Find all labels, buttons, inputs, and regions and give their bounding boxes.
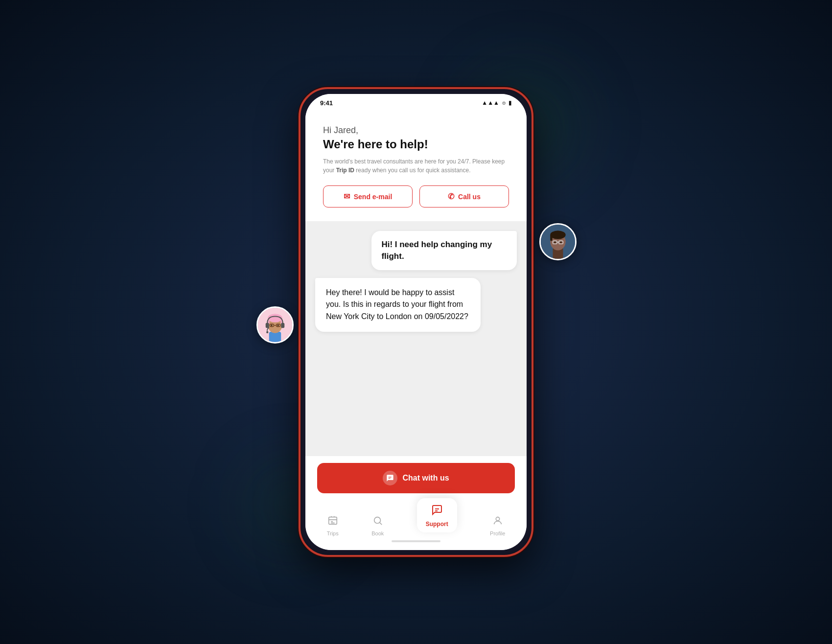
nav-profile[interactable]: Profile bbox=[490, 515, 505, 536]
nav-book[interactable]: Book bbox=[371, 515, 384, 536]
svg-rect-20 bbox=[281, 323, 284, 328]
svg-point-21 bbox=[266, 331, 268, 333]
agent-message-bubble: Hey there! I would be happy to assist yo… bbox=[315, 278, 481, 332]
help-section: Hi Jared, We're here to help! The world'… bbox=[305, 112, 527, 221]
home-indicator bbox=[392, 540, 440, 542]
user-message-text: Hi! I need help changing my flight. bbox=[381, 240, 492, 261]
user-message-bubble: Hi! I need help changing my flight. bbox=[371, 231, 517, 270]
agent-avatar-illustration bbox=[258, 308, 292, 342]
agent-avatar bbox=[256, 306, 294, 344]
user-avatar bbox=[539, 223, 577, 260]
profile-icon bbox=[492, 515, 503, 529]
nav-trips[interactable]: Trips bbox=[327, 515, 339, 536]
subtext: The world's best travel consultants are … bbox=[323, 157, 509, 175]
book-label: Book bbox=[371, 530, 384, 536]
call-us-button[interactable]: ✆ Call us bbox=[419, 185, 509, 207]
support-label: Support bbox=[426, 521, 448, 528]
phone-shell: 9:41 ▲▲▲ ⌾ ▮ Hi Jared, We're here to hel… bbox=[299, 87, 533, 557]
profile-label: Profile bbox=[490, 530, 505, 536]
support-icon bbox=[431, 504, 443, 519]
greeting-text: Hi Jared, bbox=[323, 125, 509, 136]
chat-btn-area: Chat with us bbox=[305, 456, 527, 493]
battery-icon: ▮ bbox=[508, 99, 512, 106]
nav-support[interactable]: Support bbox=[417, 498, 457, 532]
send-email-button[interactable]: ✉ Send e-mail bbox=[323, 185, 413, 207]
agent-message-text: Hey there! I would be happy to assist yo… bbox=[326, 288, 468, 321]
call-us-label: Call us bbox=[458, 193, 481, 201]
chat-bubble-icon bbox=[383, 471, 397, 485]
svg-rect-7 bbox=[550, 235, 552, 241]
svg-point-12 bbox=[560, 241, 562, 243]
send-email-label: Send e-mail bbox=[354, 193, 393, 201]
chat-area: Hi! I need help changing my flight. Hey … bbox=[305, 221, 527, 456]
svg-rect-14 bbox=[269, 332, 281, 342]
book-icon bbox=[372, 515, 383, 529]
phone-icon: ✆ bbox=[448, 192, 454, 201]
user-avatar-illustration bbox=[541, 225, 575, 259]
svg-point-1 bbox=[374, 517, 380, 524]
chat-with-us-label: Chat with us bbox=[402, 474, 449, 483]
trips-label: Trips bbox=[327, 530, 339, 536]
phone-screen: 9:41 ▲▲▲ ⌾ ▮ Hi Jared, We're here to hel… bbox=[305, 94, 527, 550]
headline-text: We're here to help! bbox=[323, 138, 509, 151]
svg-point-25 bbox=[271, 324, 272, 326]
chat-with-us-button[interactable]: Chat with us bbox=[317, 463, 515, 493]
svg-point-11 bbox=[554, 241, 556, 243]
scene: 9:41 ▲▲▲ ⌾ ▮ Hi Jared, We're here to hel… bbox=[245, 28, 587, 616]
status-time: 9:41 bbox=[320, 99, 333, 107]
trips-icon bbox=[327, 515, 338, 529]
svg-point-6 bbox=[550, 230, 566, 239]
svg-point-26 bbox=[277, 324, 279, 326]
svg-rect-19 bbox=[266, 323, 269, 328]
status-bar: 9:41 ▲▲▲ ⌾ ▮ bbox=[305, 94, 527, 112]
action-buttons: ✉ Send e-mail ✆ Call us bbox=[323, 185, 509, 207]
trip-id-emphasis: Trip ID bbox=[336, 167, 354, 174]
svg-point-2 bbox=[496, 517, 499, 521]
wifi-icon: ⌾ bbox=[502, 99, 506, 106]
status-icons: ▲▲▲ ⌾ ▮ bbox=[482, 99, 512, 106]
email-icon: ✉ bbox=[344, 192, 350, 201]
signal-icon: ▲▲▲ bbox=[482, 99, 499, 106]
